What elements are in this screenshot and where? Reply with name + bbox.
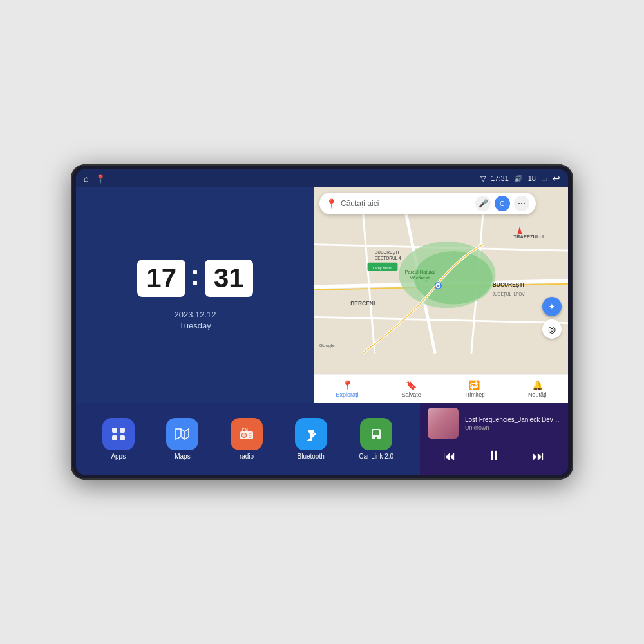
music-controls: ⏮ ⏸ ⏭ <box>428 442 560 469</box>
profile-icon[interactable]: G <box>495 196 510 211</box>
bottom-section: Apps Maps <box>76 402 568 475</box>
bluetooth-label: Bluetooth <box>297 453 324 460</box>
battery-icon: ▭ <box>541 175 547 183</box>
app-item-carlink[interactable]: Car Link 2.0 <box>359 418 393 460</box>
map-compass[interactable]: ◎ <box>542 319 562 339</box>
map-visual[interactable]: Parcul Natural Văcărești BERCENI TRAPEZU… <box>314 187 568 374</box>
music-album-art <box>428 408 459 439</box>
svg-text:BUCUREȘTI: BUCUREȘTI <box>375 250 399 255</box>
status-time: 17:31 <box>491 175 509 182</box>
music-title: Lost Frequencies_Janieck Devy-... <box>465 416 560 423</box>
volume-icon[interactable]: 🔊 <box>514 175 523 183</box>
salvate-icon: 🔖 <box>406 380 417 390</box>
mic-icon[interactable]: 🎤 <box>475 196 491 211</box>
menu-icon[interactable]: ⋯ <box>514 196 529 211</box>
device-outer: ⌂ 📍 ▽ 17:31 🔊 18 ▭ ↩ 17 : <box>71 164 573 480</box>
svg-text:Leroy Merlin: Leroy Merlin <box>373 266 393 270</box>
map-search-bar[interactable]: 📍 Căutați aici 🎤 G ⋯ <box>319 193 536 214</box>
clock-date: 2023.12.12 Tuesday <box>174 310 216 330</box>
map-pin-icon: 📍 <box>326 198 337 209</box>
maps-status-icon[interactable]: 📍 <box>95 174 106 184</box>
svg-text:BERCENI: BERCENI <box>350 300 375 307</box>
svg-text:Google: Google <box>319 343 335 348</box>
status-bar-left: ⌂ 📍 <box>84 174 106 184</box>
svg-rect-36 <box>249 435 252 436</box>
signal-icon: ▽ <box>480 175 486 183</box>
apps-label: Apps <box>111 453 126 460</box>
app-item-radio[interactable]: FM radio <box>231 418 263 460</box>
apps-icon <box>102 418 135 450</box>
battery-level: 18 <box>528 175 536 182</box>
explora-icon: 📍 <box>342 380 353 390</box>
music-info: Lost Frequencies_Janieck Devy-... Unknow… <box>465 416 560 431</box>
svg-point-23 <box>437 285 439 287</box>
music-top: Lost Frequencies_Janieck Devy-... Unknow… <box>428 408 560 439</box>
play-pause-button[interactable]: ⏸ <box>482 445 506 467</box>
svg-point-41 <box>375 437 377 439</box>
trimiteti-icon: 🔁 <box>469 380 480 390</box>
app-item-apps[interactable]: Apps <box>102 418 135 460</box>
svg-text:JUDEȚUL ILFOV: JUDEȚUL ILFOV <box>493 292 526 297</box>
map-nav-explora[interactable]: 📍 Explorați <box>336 380 359 398</box>
clock-panel: 17 : 31 2023.12.12 Tuesday <box>76 187 314 402</box>
svg-text:TRAPEZULUI: TRAPEZULUI <box>514 234 545 240</box>
svg-point-34 <box>242 433 246 437</box>
clock-colon: : <box>191 260 200 291</box>
top-section: 17 : 31 2023.12.12 Tuesday 📍 Căutați aic… <box>76 187 568 402</box>
next-button[interactable]: ⏭ <box>527 446 550 466</box>
map-nav-noutati[interactable]: 🔔 Noutăți <box>528 380 547 398</box>
svg-marker-29 <box>176 429 189 439</box>
home-icon[interactable]: ⌂ <box>84 174 89 184</box>
svg-text:SECTORUL 4: SECTORUL 4 <box>375 256 401 260</box>
svg-text:Văcărești: Văcărești <box>410 275 431 281</box>
radio-label: radio <box>240 453 254 460</box>
clock-date-value: 2023.12.12 <box>174 310 216 319</box>
map-panel[interactable]: 📍 Căutați aici 🎤 G ⋯ <box>314 187 568 402</box>
map-nav-trimiteti[interactable]: 🔁 Trimiteți <box>464 380 485 398</box>
svg-rect-25 <box>112 428 117 433</box>
trimiteti-label: Trimiteți <box>464 392 485 398</box>
clock-display: 17 : 31 <box>137 260 252 297</box>
map-search-icons: 🎤 G ⋯ <box>475 196 529 211</box>
music-player: Lost Frequencies_Janieck Devy-... Unknow… <box>420 402 568 475</box>
status-bar-right: ▽ 17:31 🔊 18 ▭ ↩ <box>480 173 560 184</box>
carlink-icon <box>360 418 392 450</box>
svg-rect-28 <box>120 435 125 440</box>
svg-rect-35 <box>249 433 252 434</box>
svg-rect-27 <box>112 435 117 440</box>
back-icon[interactable]: ↩ <box>553 173 560 184</box>
svg-rect-26 <box>120 428 125 433</box>
bluetooth-icon <box>295 418 327 450</box>
explora-label: Explorați <box>336 392 359 398</box>
clock-minute: 31 <box>205 260 253 297</box>
status-bar: ⌂ 📍 ▽ 17:31 🔊 18 ▭ ↩ <box>76 169 568 187</box>
map-location-button[interactable]: ✦ <box>542 297 562 316</box>
svg-rect-37 <box>249 437 252 438</box>
clock-hour: 17 <box>137 260 185 297</box>
clock-day: Tuesday <box>174 321 216 330</box>
svg-text:FM: FM <box>242 428 248 431</box>
main-content: 17 : 31 2023.12.12 Tuesday 📍 Căutați aic… <box>76 187 568 475</box>
radio-icon: FM <box>231 418 263 450</box>
map-nav-salvate[interactable]: 🔖 Salvate <box>402 380 421 398</box>
map-search-text: Căutați aici <box>341 199 471 208</box>
svg-rect-40 <box>373 430 379 435</box>
maps-icon <box>166 418 198 450</box>
salvate-label: Salvate <box>402 392 421 398</box>
device-screen: ⌂ 📍 ▽ 17:31 🔊 18 ▭ ↩ 17 : <box>76 169 568 475</box>
album-face <box>428 408 459 439</box>
app-launcher: Apps Maps <box>76 402 420 475</box>
svg-text:Parcul Natural: Parcul Natural <box>404 269 435 275</box>
app-item-maps[interactable]: Maps <box>166 418 198 460</box>
app-item-bluetooth[interactable]: Bluetooth <box>295 418 327 460</box>
noutati-label: Noutăți <box>528 392 547 398</box>
carlink-label: Car Link 2.0 <box>359 453 393 460</box>
noutati-icon: 🔔 <box>532 380 543 390</box>
svg-text:BUCUREȘTI: BUCUREȘTI <box>493 281 524 288</box>
music-artist: Unknown <box>465 424 560 431</box>
map-bottom-nav: 📍 Explorați 🔖 Salvate 🔁 Trimiteți � <box>314 374 568 402</box>
prev-button[interactable]: ⏮ <box>438 446 461 466</box>
maps-label: Maps <box>175 453 190 460</box>
